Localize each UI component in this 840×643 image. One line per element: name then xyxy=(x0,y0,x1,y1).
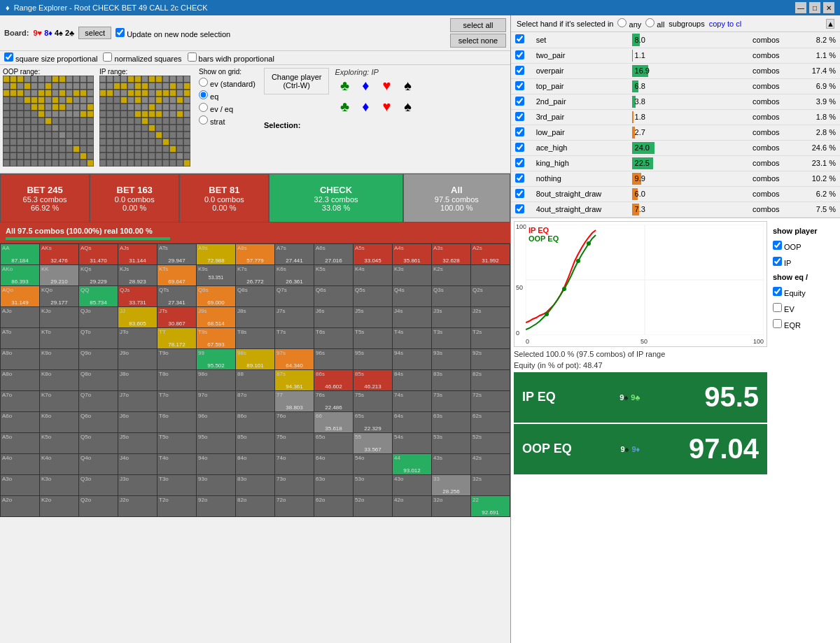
subgroup-checkbox-cell[interactable] xyxy=(511,186,532,202)
matrix-cell[interactable]: T3o xyxy=(158,475,197,496)
subgroup-checkbox-cell[interactable] xyxy=(511,109,532,125)
matrix-cell[interactable]: K7o xyxy=(40,391,79,412)
oop-player-checkbox[interactable] xyxy=(773,241,782,250)
matrix-cell[interactable]: 98s89.101 xyxy=(236,349,275,370)
subgroup-row[interactable]: top_pair 6.8 combos 6.9 % xyxy=(511,78,840,94)
matrix-cell[interactable]: 53o xyxy=(354,475,393,496)
select-all-button[interactable]: select all xyxy=(450,18,506,32)
square-size-checkbox[interactable] xyxy=(4,52,13,62)
matrix-cell[interactable]: 74s xyxy=(393,391,432,412)
matrix-cell[interactable]: 82s xyxy=(471,370,510,391)
subgroup-checkbox-cell[interactable] xyxy=(511,32,532,48)
subgroup-row[interactable]: king_high 22.5 combos 23.1 % xyxy=(511,155,840,171)
matrix-cell[interactable]: K4o xyxy=(40,454,79,475)
matrix-cell[interactable]: A2o xyxy=(1,496,40,517)
matrix-cell[interactable]: K9s53.351 xyxy=(197,265,236,286)
matrix-cell[interactable]: 2292.691 xyxy=(471,496,510,517)
matrix-cell[interactable]: K5o xyxy=(40,433,79,454)
subgroup-row[interactable]: low_pair 2.7 combos 2.8 % xyxy=(511,125,840,140)
matrix-cell[interactable]: 54o xyxy=(354,454,393,475)
matrix-cell[interactable]: 42o xyxy=(393,496,432,517)
subgroup-checkbox[interactable] xyxy=(515,189,524,198)
subgroup-row[interactable]: ace_high 24.0 combos 24.6 % xyxy=(511,140,840,155)
matrix-cell[interactable]: 83s xyxy=(432,370,471,391)
matrix-cell[interactable]: K9o xyxy=(40,349,79,370)
matrix-cell[interactable]: A8s57.779 xyxy=(236,244,275,265)
matrix-cell[interactable]: JTo xyxy=(118,328,158,349)
matrix-cell[interactable]: T7o xyxy=(158,391,197,412)
matrix-cell[interactable]: A4o xyxy=(1,454,40,475)
subgroups-table-wrapper[interactable]: set 8.0 combos 8.2 % two_pair 1.1 combos… xyxy=(511,32,840,218)
matrix-cell[interactable]: T5s xyxy=(354,328,393,349)
bet245-button[interactable]: BET 245 65.3 combos 66.92 % xyxy=(0,174,90,222)
matrix-cell[interactable]: QTo xyxy=(79,328,118,349)
matrix-cell[interactable]: 63o xyxy=(314,475,354,496)
matrix-cell[interactable]: A7o xyxy=(1,391,40,412)
matrix-cell[interactable]: J7s xyxy=(275,307,314,328)
matrix-cell[interactable]: KTs69.647 xyxy=(158,265,197,286)
matrix-cell[interactable]: 6635.618 xyxy=(314,412,354,433)
ev-eq-option[interactable]: ev / eq xyxy=(199,103,255,113)
matrix-cell[interactable]: T2o xyxy=(158,496,197,517)
matrix-cell[interactable]: 94o xyxy=(197,454,236,475)
matrix-cell[interactable]: J9o xyxy=(118,349,158,370)
equity-checkbox-label[interactable]: Equity xyxy=(773,287,837,297)
matrix-cell[interactable]: T5o xyxy=(158,433,197,454)
matrix-cell[interactable]: 96o xyxy=(197,412,236,433)
subgroup-checkbox[interactable] xyxy=(515,174,524,183)
matrix-cell[interactable]: T9s67.593 xyxy=(197,328,236,349)
matrix-cell[interactable]: A2s31.992 xyxy=(471,244,510,265)
matrix-cell[interactable]: K4s xyxy=(354,265,393,286)
matrix-cell[interactable]: ATs29.947 xyxy=(158,244,197,265)
subgroup-row[interactable]: 2nd_pair 3.8 combos 3.9 % xyxy=(511,94,840,109)
matrix-cell[interactable]: Q9o xyxy=(79,349,118,370)
matrix-cell[interactable]: J4s xyxy=(393,307,432,328)
subgroup-checkbox[interactable] xyxy=(515,112,524,121)
matrix-cell[interactable]: 65o xyxy=(314,433,354,454)
matrix-cell[interactable]: 98o xyxy=(197,370,236,391)
matrix-cell[interactable]: KTo xyxy=(40,328,79,349)
matrix-cell[interactable]: JJ83.605 xyxy=(118,307,158,328)
matrix-cell[interactable]: Q2o xyxy=(79,496,118,517)
matrix-cell[interactable]: 84s xyxy=(393,370,432,391)
matrix-cell[interactable]: Q8s xyxy=(236,286,275,307)
all-button[interactable]: All 97.5 combos 100.00 % xyxy=(403,174,510,222)
heart-icon-2[interactable]: ♥ xyxy=(377,99,396,118)
hand-matrix[interactable]: AA87.184AKs32.476AQs31.470AJs31.144ATs29… xyxy=(0,243,510,517)
equity-checkbox[interactable] xyxy=(773,287,782,296)
title-bar-controls[interactable]: — □ ✕ xyxy=(795,2,834,13)
matrix-cell[interactable]: 75s xyxy=(354,391,393,412)
matrix-cell[interactable]: A9s72.988 xyxy=(197,244,236,265)
matrix-cell[interactable]: A3o xyxy=(1,475,40,496)
matrix-cell[interactable]: QJs33.731 xyxy=(118,286,158,307)
matrix-cell[interactable]: 7738.803 xyxy=(275,391,314,412)
matrix-cell[interactable]: 97s64.340 xyxy=(275,349,314,370)
subgroup-row[interactable]: 4out_straight_draw 7.3 combos 7.5 % xyxy=(511,202,840,217)
matrix-cell[interactable]: T3s xyxy=(432,328,471,349)
spade-icon-2[interactable]: ♠ xyxy=(398,99,417,118)
change-player-box[interactable]: Change player (Ctrl-W) xyxy=(264,68,330,94)
subgroup-row[interactable]: overpair 16.9 combos 17.4 % xyxy=(511,63,840,78)
matrix-cell[interactable]: KQs29.229 xyxy=(79,265,118,286)
subgroup-row[interactable]: two_pair 1.1 combos 1.1 % xyxy=(511,48,840,63)
matrix-cell[interactable]: Q7o xyxy=(79,391,118,412)
ip-player-checkbox[interactable] xyxy=(773,257,782,266)
matrix-cell[interactable]: J3o xyxy=(118,475,158,496)
check-button[interactable]: CHECK 32.3 combos 33.08 % xyxy=(269,174,402,222)
matrix-cell[interactable]: 5533.567 xyxy=(354,433,393,454)
matrix-cell[interactable]: 95o xyxy=(197,433,236,454)
matrix-cell[interactable]: 62o xyxy=(314,496,354,517)
matrix-cell[interactable]: K6s26.361 xyxy=(275,265,314,286)
ev-standard-option[interactable]: ev (standard) xyxy=(199,78,255,88)
matrix-cell[interactable]: T8s xyxy=(236,328,275,349)
matrix-cell[interactable]: AQs31.470 xyxy=(79,244,118,265)
matrix-cell[interactable]: T6s xyxy=(314,328,354,349)
matrix-cell[interactable]: A4s35.861 xyxy=(393,244,432,265)
diamond-icon-2[interactable]: ♦ xyxy=(356,99,375,118)
matrix-cell[interactable]: A6s27.016 xyxy=(314,244,354,265)
matrix-cell[interactable]: A5s33.045 xyxy=(354,244,393,265)
matrix-cell[interactable]: A7s27.441 xyxy=(275,244,314,265)
matrix-cell[interactable]: 85s46.213 xyxy=(354,370,393,391)
subgroup-checkbox[interactable] xyxy=(515,127,524,136)
matrix-cell[interactable]: 4493.012 xyxy=(393,454,432,475)
